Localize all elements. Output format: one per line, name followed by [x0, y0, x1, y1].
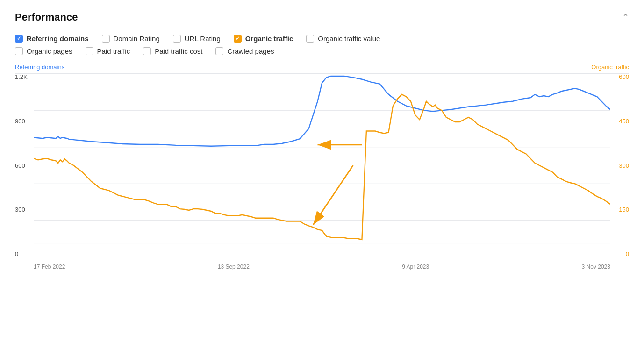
checkbox-row-1: Referring domains Domain Rating URL Rati…: [15, 35, 629, 43]
axis-labels-row: Referring domains Organic traffic: [15, 64, 629, 71]
checkbox-row-2: Organic pages Paid traffic Paid traffic …: [15, 47, 629, 55]
y-right-150: 150: [619, 206, 629, 213]
axis-label-left: Referring domains: [15, 64, 64, 71]
checkbox-domain-rating[interactable]: Domain Rating: [102, 35, 160, 43]
y-right-600: 600: [619, 74, 629, 80]
checkbox-url-rating-input[interactable]: [173, 35, 181, 43]
checkbox-crawled-pages-label: Crawled pages: [227, 47, 274, 55]
y-left-600: 600: [15, 163, 28, 169]
blue-line: [34, 76, 610, 146]
collapse-icon[interactable]: ⌃: [622, 12, 629, 22]
y-right-300: 300: [619, 163, 629, 169]
checkbox-url-rating-label: URL Rating: [185, 35, 221, 43]
checkbox-crawled-pages[interactable]: Crawled pages: [215, 47, 274, 55]
checkbox-organic-pages-input[interactable]: [15, 47, 23, 55]
checkbox-referring-domains-input[interactable]: [15, 35, 23, 43]
chart-svg: [34, 74, 610, 257]
axis-label-right: Organic traffic: [591, 64, 629, 71]
checkbox-organic-traffic-value-input[interactable]: [306, 35, 314, 43]
y-axis-right: 600 450 300 150 0: [619, 74, 629, 257]
checkbox-paid-traffic-cost-label: Paid traffic cost: [155, 47, 202, 55]
checkbox-organic-traffic-value[interactable]: Organic traffic value: [306, 35, 380, 43]
checkbox-organic-traffic-input[interactable]: [234, 35, 242, 43]
chart-wrapper: 1.2K 900 600 300 0 600 450 300 150 0: [15, 74, 629, 270]
y-axis-left: 1.2K 900 600 300 0: [15, 74, 28, 257]
y-left-1200: 1.2K: [15, 74, 28, 80]
svg-line-7: [313, 165, 353, 225]
y-right-0: 0: [626, 251, 629, 257]
x-axis: 17 Feb 2022 13 Sep 2022 9 Apr 2023 3 Nov…: [34, 263, 610, 270]
checkbox-organic-pages-label: Organic pages: [27, 47, 72, 55]
x-label-4: 3 Nov 2023: [582, 263, 610, 270]
y-right-450: 450: [619, 118, 629, 124]
performance-header: Performance ⌃: [15, 11, 629, 23]
y-left-0: 0: [15, 251, 28, 257]
checkbox-url-rating[interactable]: URL Rating: [173, 35, 221, 43]
checkbox-domain-rating-label: Domain Rating: [114, 35, 160, 43]
x-label-start: 17 Feb 2022: [34, 263, 65, 270]
checkbox-paid-traffic-cost-input[interactable]: [143, 47, 151, 55]
x-label-2: 13 Sep 2022: [218, 263, 250, 270]
checkbox-paid-traffic-label: Paid traffic: [97, 47, 130, 55]
checkbox-crawled-pages-input[interactable]: [215, 47, 223, 55]
checkbox-domain-rating-input[interactable]: [102, 35, 110, 43]
chart-area: Referring domains Organic traffic 1.2K 9…: [15, 64, 629, 270]
checkbox-organic-traffic[interactable]: Organic traffic: [234, 35, 293, 43]
checkbox-referring-domains[interactable]: Referring domains: [15, 35, 89, 43]
y-left-300: 300: [15, 206, 28, 213]
checkbox-paid-traffic-input[interactable]: [86, 47, 93, 55]
page-title: Performance: [15, 11, 78, 23]
y-left-900: 900: [15, 118, 28, 124]
checkbox-paid-traffic-cost[interactable]: Paid traffic cost: [143, 47, 202, 55]
orange-line: [34, 94, 610, 240]
x-label-3: 9 Apr 2023: [402, 263, 429, 270]
arrow-diagonal: [313, 165, 353, 225]
checkbox-referring-domains-label: Referring domains: [27, 35, 89, 43]
checkbox-organic-traffic-value-label: Organic traffic value: [318, 35, 380, 43]
checkbox-paid-traffic[interactable]: Paid traffic: [86, 47, 130, 55]
checkbox-organic-pages[interactable]: Organic pages: [15, 47, 72, 55]
checkbox-organic-traffic-label: Organic traffic: [245, 35, 293, 43]
